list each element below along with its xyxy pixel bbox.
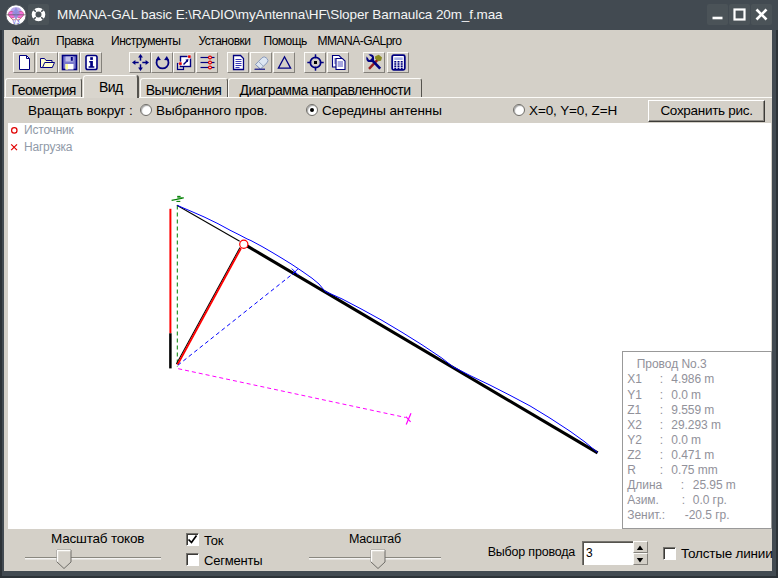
svg-text:V.3: V.3 [12,19,19,25]
